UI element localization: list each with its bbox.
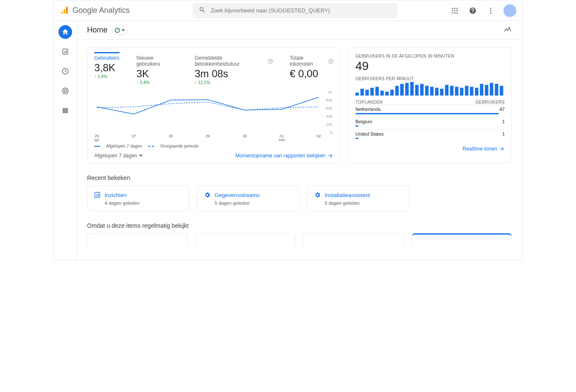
svg-point-11: [457, 12, 458, 13]
realtime-link[interactable]: Realtime tonen: [463, 146, 505, 152]
because-card[interactable]: [87, 233, 188, 244]
because-card[interactable]: [195, 233, 296, 244]
insights-icon: [93, 191, 101, 199]
date-range-dropdown[interactable]: Afgelopen 7 dagen: [94, 153, 143, 159]
chevron-down-icon: [139, 154, 143, 157]
metric-tab[interactable]: Nieuwe gebruikers3K↑ 3,4%: [137, 55, 177, 85]
svg-text:apr.: apr.: [94, 138, 100, 142]
metric-delta: ↑ 3,4%: [137, 80, 177, 85]
svg-text:02: 02: [317, 134, 321, 138]
app-window: Google Analytics: [53, 0, 523, 260]
nav-reports[interactable]: [58, 45, 72, 58]
svg-text:01: 01: [279, 134, 284, 138]
svg-rect-51: [410, 82, 413, 96]
country-value: 1: [502, 119, 505, 124]
help-icon[interactable]: ?: [268, 59, 273, 64]
svg-text:28: 28: [169, 134, 173, 138]
recent-card[interactable]: Installatieassistent5 dagen geleden: [307, 186, 410, 211]
realtime-country-row: Belgium1: [355, 117, 505, 129]
recent-sub: 5 dagen geleden: [215, 200, 293, 206]
recent-sub: 5 dagen geleden: [325, 200, 403, 206]
svg-text:400: 400: [326, 114, 332, 119]
recent-card[interactable]: Gegevensstreams5 dagen geleden: [197, 186, 300, 211]
legend-current: Afgelopen 7 dagen: [106, 144, 142, 148]
svg-rect-17: [65, 51, 65, 53]
rt-col-users: GEBRUIKERS: [475, 100, 505, 105]
insights-icon[interactable]: [503, 25, 512, 35]
nav-configure[interactable]: [58, 104, 72, 117]
help-icon[interactable]: [468, 6, 478, 16]
because-card[interactable]: [412, 233, 512, 244]
metric-tab[interactable]: Gebruikers3,8K↑ 1,4%: [94, 52, 119, 85]
nav-advertising[interactable]: [58, 84, 72, 98]
realtime-country-row: Netherlands47: [355, 105, 505, 117]
svg-rect-2: [66, 6, 68, 14]
svg-rect-67: [490, 83, 493, 96]
svg-rect-66: [485, 85, 488, 96]
svg-rect-41: [361, 89, 364, 96]
topbar: Google Analytics: [54, 0, 522, 21]
svg-rect-52: [415, 85, 419, 96]
svg-point-13: [490, 10, 492, 11]
svg-rect-50: [405, 83, 409, 96]
nav-home[interactable]: [58, 25, 72, 39]
metric-label: Gemiddelde betrokkenheidsduur: [195, 55, 266, 67]
recent-label: Inzichten: [105, 192, 127, 198]
chevron-down-icon: [122, 29, 125, 32]
topbar-actions: [450, 4, 516, 17]
recent-label: Installatieassistent: [325, 192, 370, 198]
search-box[interactable]: [193, 3, 398, 18]
svg-point-21: [64, 90, 67, 92]
view-reports-link[interactable]: Momentopname van rapporten bekijken: [236, 153, 333, 159]
metric-label: Totale inkomsten: [290, 55, 327, 67]
svg-rect-53: [420, 84, 424, 96]
because-title: Omdat u deze items regelmatig bekijkt: [87, 222, 512, 229]
metric-value: 3K: [137, 67, 177, 80]
search-input[interactable]: [210, 7, 392, 14]
svg-rect-47: [390, 90, 394, 96]
recent-card[interactable]: Inzichten4 dagen geleden: [87, 186, 189, 211]
analytics-logo-icon: [60, 6, 69, 15]
svg-point-10: [454, 12, 456, 13]
arrow-right-icon: [499, 146, 505, 152]
metric-label: Gebruikers: [94, 55, 119, 61]
country-name: United States: [355, 131, 384, 136]
svg-rect-59: [450, 86, 454, 96]
avatar[interactable]: [503, 4, 516, 17]
svg-rect-40: [355, 93, 359, 96]
page-header: Home: [77, 21, 522, 40]
help-icon[interactable]: ?: [329, 59, 333, 64]
nav-explore[interactable]: [58, 64, 72, 78]
svg-rect-71: [96, 195, 96, 196]
metric-value: € 0,00: [290, 67, 333, 80]
svg-rect-46: [385, 92, 389, 96]
check-icon: [115, 28, 120, 33]
svg-rect-24: [63, 112, 67, 113]
country-name: Belgium: [355, 119, 372, 124]
metric-delta: ↑ 12,1%: [195, 80, 273, 85]
apps-icon[interactable]: [450, 6, 460, 16]
more-icon[interactable]: [486, 6, 496, 16]
app-logo[interactable]: Google Analytics: [60, 6, 141, 15]
svg-point-6: [452, 10, 453, 11]
realtime-country-row: United States1: [355, 129, 505, 142]
metric-tab[interactable]: Gemiddelde betrokkenheidsduur?3m 08s↑ 12…: [195, 55, 273, 85]
realtime-title: GEBRUIKERS IN DE AFGELOPEN 30 MINUTEN: [355, 54, 505, 58]
overview-card: Gebruikers3,8K↑ 1,4%Nieuwe gebruikers3K↑…: [87, 47, 340, 163]
metric-tab[interactable]: Totale inkomsten?€ 0,00: [290, 55, 333, 85]
arrow-right-icon: [327, 153, 333, 159]
country-value: 1: [502, 131, 505, 136]
gear-icon: [204, 191, 211, 199]
svg-rect-22: [63, 108, 67, 109]
status-chip[interactable]: [112, 26, 128, 35]
svg-text:29: 29: [206, 134, 210, 138]
svg-point-3: [452, 8, 453, 9]
svg-rect-65: [480, 84, 483, 96]
svg-rect-68: [495, 84, 498, 96]
svg-rect-69: [500, 86, 503, 96]
svg-rect-16: [64, 52, 64, 53]
because-card[interactable]: [303, 233, 404, 244]
country-bar: [355, 138, 358, 139]
svg-rect-43: [370, 88, 374, 96]
realtime-bar-chart: [355, 81, 505, 96]
